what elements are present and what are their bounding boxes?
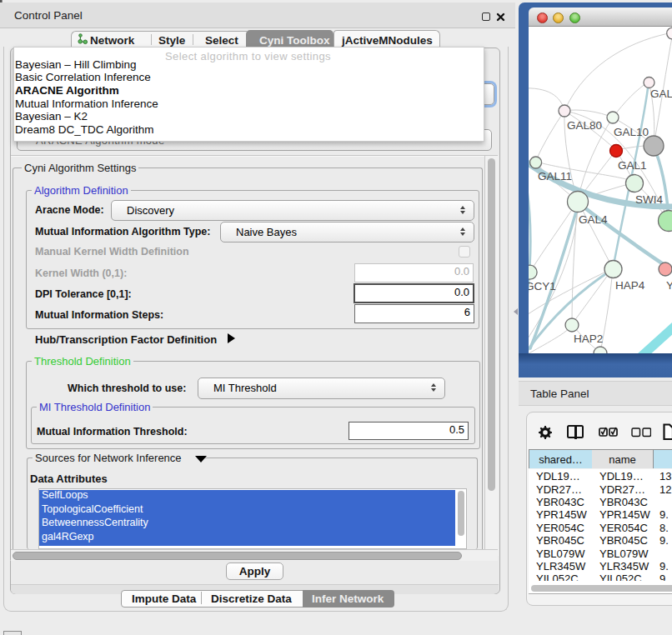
svg-text:SWI4: SWI4 — [635, 193, 663, 206]
svg-text:HAP2: HAP2 — [574, 332, 603, 345]
svg-text:GAL80: GAL80 — [567, 119, 602, 132]
svg-text:GCY1: GCY1 — [529, 280, 556, 292]
svg-text:GAL1: GAL1 — [618, 159, 647, 172]
svg-text:GAL: GAL — [650, 88, 672, 100]
svg-text:HAP4: HAP4 — [615, 279, 645, 292]
svg-text:Y: Y — [666, 279, 672, 292]
svg-text:GAL10: GAL10 — [614, 126, 649, 138]
svg-text:GAL4: GAL4 — [579, 213, 608, 226]
svg-text:GAL11: GAL11 — [538, 170, 572, 182]
